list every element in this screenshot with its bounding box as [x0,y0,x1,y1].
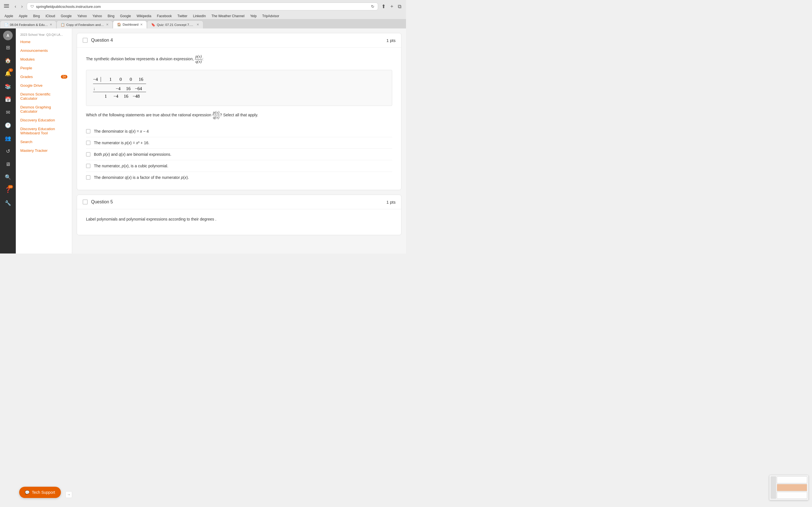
sidebar-icon-calendar[interactable]: 📅 [2,94,13,105]
nav-discovery-ed[interactable]: Discovery Education [16,116,72,124]
tab-close-2[interactable]: ✕ [106,23,109,26]
sidebar-icon-tools[interactable]: 🔧 [2,198,13,209]
bookmark-apple1[interactable]: Apple [4,14,13,18]
pp-1: −4 [113,86,123,91]
address-bar[interactable]: 🛡 springfieldpublicschools.instructure.c… [27,3,378,10]
choice-item-4: The numerator, p(x), is a cubic polynomi… [86,160,392,172]
notification-badge: 1 [8,68,13,72]
sidebar-icon-synced[interactable]: ↺ [2,146,13,157]
browser-toolbar: ‹ › 🛡 springfieldpublicschools.instructu… [0,0,406,13]
tab-dashboard[interactable]: 🏠 Dashboard ✕ [113,20,147,29]
share-btn[interactable]: ⬆ [380,2,387,11]
sidebar-icon-inbox[interactable]: ✉ [2,107,13,118]
nav-desmos-sci[interactable]: Desmos Scientific Calculator [16,90,72,103]
sidebar-icon-home[interactable]: 🏠 [2,55,13,66]
choice-item-5: The denominator q(x) is a factor of the … [86,172,392,183]
question-4-header: Question 4 1 pts [77,33,401,48]
sidebar-icon-groups[interactable]: 👥 [2,133,13,144]
bookmark-wikipedia[interactable]: Wikipedia [137,14,151,18]
choice-checkbox-5[interactable] [86,175,91,180]
main-content: Question 4 1 pts The synthetic division … [72,29,406,253]
sidebar-icon-history[interactable]: 🕐 [2,120,13,131]
bookmark-tripadvisor[interactable]: TripAdvisor [262,14,279,18]
browser-chrome: ‹ › 🛡 springfieldpublicschools.instructu… [0,0,406,29]
sidebar-icon-notifications[interactable]: 🔔 1 [2,68,13,79]
nav-google-drive[interactable]: Google Drive [16,81,72,90]
sidebar-icon-search[interactable]: 🔍 [2,172,13,183]
bookmark-linkedin[interactable]: LinkedIn [193,14,206,18]
back-btn[interactable]: ‹ [13,3,18,10]
divisor-cell: −4 [93,77,101,82]
nav-home[interactable]: Home [16,38,72,46]
tab-title-1: 08.04 Federalism & Education [10,23,48,26]
bookmark-icloud[interactable]: iCloud [45,14,55,18]
choice-checkbox-3[interactable] [86,152,91,157]
forward-btn[interactable]: › [19,3,24,10]
nav-desmos-graph[interactable]: Desmos Graphing Calculator [16,103,72,116]
bookmark-bing2[interactable]: Bing [108,14,114,18]
question-4-intro: The synthetic division below represents … [86,54,392,64]
choice-checkbox-2[interactable] [86,140,91,145]
url-text: springfieldpublicschools.instructure.com [36,4,369,9]
question-4-title: Question 4 [91,38,383,43]
user-avatar[interactable]: A [3,31,13,40]
question-5-checkbox[interactable] [83,200,88,205]
nav-search[interactable]: Search [16,137,72,146]
sidebar-icon-grid[interactable]: ⊞ [2,42,13,53]
bookmark-yahoo1[interactable]: Yahoo [77,14,87,18]
tab-venn[interactable]: 📋 Copy of Federalism and Education Venn … [56,20,113,29]
bookmark-weather[interactable]: The Weather Channel [211,14,245,18]
nav-discovery-wb[interactable]: Discovery Education Whiteboard Tool [16,124,72,137]
choice-checkbox-1[interactable] [86,129,91,133]
course-label: 2023 School Year: Q3-Q4 LA... [16,31,72,38]
toolbar-right: ⬆ + ⧉ [380,2,403,11]
question-4-checkbox[interactable] [83,38,88,43]
bookmark-yelp[interactable]: Yelp [250,14,257,18]
sidebar-icon-courses[interactable]: 📚 [2,81,13,92]
choice-text-3: Both p(x) and q(x) are binomial expressi… [94,152,171,157]
arrow-cell: ↓ [93,86,98,91]
tabs-btn[interactable]: ⧉ [397,3,403,11]
question-4-text: Which of the following statements are tr… [86,110,392,120]
question-5-card: Question 5 1 pts Label polynomials and p… [77,194,402,235]
bookmark-apple2[interactable]: Apple [19,14,28,18]
lms-nav-sidebar: 2023 School Year: Q3-Q4 LA... Home Annou… [16,29,72,253]
reload-btn[interactable]: ↻ [371,4,374,9]
choice-item-3: Both p(x) and q(x) are binomial expressi… [86,149,392,160]
tab-close-3[interactable]: ✕ [140,23,143,26]
fraction-display: p(x) q(x) [195,54,202,64]
lms-icon-sidebar: A ⊞ 🏠 🔔 1 📚 📅 ✉ 🕐 👥 ↺ 🖥 🔍 ❓ 10 🔧 [0,29,16,253]
tab-close-1[interactable]: ✕ [50,23,52,26]
tab-federalism[interactable]: 📄 08.04 Federalism & Education ✕ [0,20,56,29]
nav-grades[interactable]: Grades 54 [16,72,72,81]
sidebar-icon-help[interactable]: ❓ 10 [2,184,13,196]
choice-text-1: The denominator is q(x) = x − 4 [94,129,149,133]
bookmark-google1[interactable]: Google [61,14,71,18]
choice-checkbox-4[interactable] [86,164,91,168]
nav-mastery[interactable]: Mastery Tracker [16,146,72,155]
tab-close-4[interactable]: ✕ [197,23,199,26]
tab-favicon-3: 🏠 [117,22,121,26]
choice-text-4: The numerator, p(x), is a cubic polynomi… [94,164,168,168]
pp-3: −64 [133,86,144,91]
grades-badge: 54 [61,75,67,78]
tab-quiz[interactable]: 🔖 Quiz: 07.21 Concept 7.2: Let's Practic… [147,20,203,29]
question-4-pts: 1 pts [386,38,396,43]
bookmark-yahoo2[interactable]: Yahoo [93,14,102,18]
coeff-0: 1 [105,77,116,82]
sidebar-toggle-btn[interactable] [3,4,11,9]
nav-modules[interactable]: Modules [16,55,72,64]
result-2: 16 [121,94,131,99]
bookmark-twitter[interactable]: Twitter [177,14,187,18]
bookmark-facebook[interactable]: Facebook [157,14,172,18]
sidebar-icon-screen[interactable]: 🖥 [2,159,13,170]
result-3: −48 [131,94,141,99]
tab-title-3: Dashboard [123,23,139,26]
question-5-body: Label polynomials and polynomial express… [77,209,401,235]
bookmark-google2[interactable]: Google [120,14,131,18]
nav-announcements[interactable]: Announcements [16,46,72,55]
new-tab-btn[interactable]: + [389,3,395,11]
result-1: −4 [111,94,121,99]
bookmark-bing1[interactable]: Bing [33,14,40,18]
nav-people[interactable]: People [16,64,72,72]
